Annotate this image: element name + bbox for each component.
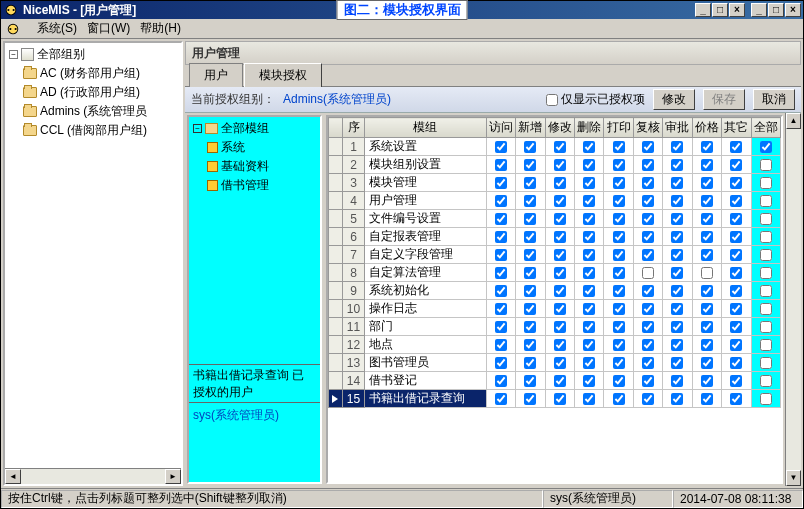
col-header-seq[interactable]: 序: [343, 118, 365, 138]
perm-all-checkbox[interactable]: [760, 375, 772, 387]
perm-cell[interactable]: [604, 354, 633, 372]
group-tree-root[interactable]: − 全部组别: [9, 45, 179, 64]
perm-checkbox[interactable]: [524, 303, 536, 315]
perm-cell[interactable]: [486, 246, 515, 264]
perm-cell[interactable]: [575, 192, 604, 210]
perm-cell[interactable]: [545, 372, 574, 390]
perm-cell[interactable]: [575, 318, 604, 336]
perm-checkbox[interactable]: [671, 285, 683, 297]
perm-all-checkbox[interactable]: [760, 393, 772, 405]
perm-cell[interactable]: [692, 282, 721, 300]
perm-cell[interactable]: [486, 318, 515, 336]
table-row[interactable]: 15书籍出借记录查询: [329, 390, 781, 408]
perm-cell[interactable]: [545, 174, 574, 192]
perm-cell[interactable]: [575, 390, 604, 408]
perm-checkbox[interactable]: [495, 375, 507, 387]
perm-checkbox[interactable]: [554, 195, 566, 207]
perm-checkbox[interactable]: [495, 231, 507, 243]
perm-cell[interactable]: [663, 354, 692, 372]
perm-cell[interactable]: [722, 336, 751, 354]
cancel-button[interactable]: 取消: [753, 89, 795, 110]
perm-cell[interactable]: [545, 192, 574, 210]
perm-checkbox[interactable]: [671, 357, 683, 369]
perm-all-checkbox[interactable]: [760, 285, 772, 297]
menu-help[interactable]: 帮助(H): [140, 20, 181, 37]
restore-button[interactable]: □: [712, 3, 728, 17]
perm-checkbox[interactable]: [671, 393, 683, 405]
table-row[interactable]: 6自定报表管理: [329, 228, 781, 246]
perm-cell-all[interactable]: [751, 336, 780, 354]
perm-checkbox[interactable]: [613, 285, 625, 297]
perm-checkbox[interactable]: [671, 141, 683, 153]
perm-cell[interactable]: [575, 228, 604, 246]
perm-cell[interactable]: [604, 390, 633, 408]
col-header-edit[interactable]: 修改: [545, 118, 574, 138]
perm-checkbox[interactable]: [495, 213, 507, 225]
perm-cell[interactable]: [575, 264, 604, 282]
perm-cell[interactable]: [633, 210, 662, 228]
perm-checkbox[interactable]: [613, 141, 625, 153]
col-header-add[interactable]: 新增: [516, 118, 545, 138]
perm-cell[interactable]: [575, 282, 604, 300]
perm-cell-all[interactable]: [751, 210, 780, 228]
perm-checkbox[interactable]: [730, 213, 742, 225]
perm-checkbox[interactable]: [613, 339, 625, 351]
perm-checkbox[interactable]: [730, 249, 742, 261]
perm-cell-all[interactable]: [751, 192, 780, 210]
perm-checkbox[interactable]: [701, 303, 713, 315]
perm-cell[interactable]: [663, 228, 692, 246]
perm-checkbox[interactable]: [495, 357, 507, 369]
perm-checkbox[interactable]: [554, 285, 566, 297]
perm-cell[interactable]: [486, 228, 515, 246]
col-header-name[interactable]: 模组: [365, 118, 487, 138]
perm-cell[interactable]: [663, 192, 692, 210]
perm-cell[interactable]: [575, 246, 604, 264]
perm-cell[interactable]: [545, 138, 574, 156]
perm-cell[interactable]: [692, 300, 721, 318]
perm-cell-all[interactable]: [751, 246, 780, 264]
perm-cell[interactable]: [575, 174, 604, 192]
perm-cell[interactable]: [516, 246, 545, 264]
scroll-down-icon[interactable]: ▼: [786, 470, 801, 486]
perm-cell[interactable]: [575, 336, 604, 354]
perm-checkbox[interactable]: [671, 321, 683, 333]
perm-cell[interactable]: [486, 156, 515, 174]
perm-cell[interactable]: [604, 246, 633, 264]
perm-cell[interactable]: [604, 300, 633, 318]
perm-checkbox[interactable]: [554, 231, 566, 243]
perm-cell[interactable]: [516, 174, 545, 192]
perm-cell[interactable]: [692, 354, 721, 372]
perm-cell[interactable]: [633, 246, 662, 264]
perm-cell[interactable]: [545, 228, 574, 246]
perm-cell[interactable]: [722, 228, 751, 246]
table-row[interactable]: 12地点: [329, 336, 781, 354]
perm-cell[interactable]: [486, 192, 515, 210]
perm-checkbox[interactable]: [524, 375, 536, 387]
menu-system[interactable]: 系统(S): [37, 20, 77, 37]
perm-checkbox[interactable]: [613, 231, 625, 243]
perm-checkbox[interactable]: [730, 267, 742, 279]
col-header-print[interactable]: 打印: [604, 118, 633, 138]
perm-checkbox[interactable]: [524, 357, 536, 369]
perm-checkbox[interactable]: [583, 375, 595, 387]
perm-checkbox[interactable]: [613, 159, 625, 171]
perm-cell-all[interactable]: [751, 300, 780, 318]
perm-checkbox[interactable]: [554, 141, 566, 153]
perm-cell[interactable]: [663, 138, 692, 156]
perm-checkbox[interactable]: [613, 195, 625, 207]
perm-checkbox[interactable]: [642, 357, 654, 369]
perm-checkbox[interactable]: [554, 375, 566, 387]
perm-cell[interactable]: [516, 192, 545, 210]
perm-checkbox[interactable]: [642, 393, 654, 405]
perm-checkbox[interactable]: [495, 339, 507, 351]
perm-cell[interactable]: [516, 210, 545, 228]
perm-cell[interactable]: [722, 318, 751, 336]
perm-checkbox[interactable]: [583, 249, 595, 261]
perm-cell[interactable]: [692, 174, 721, 192]
group-tree-item[interactable]: AC (财务部用户组): [23, 64, 179, 83]
perm-cell[interactable]: [633, 174, 662, 192]
perm-cell[interactable]: [486, 138, 515, 156]
perm-checkbox[interactable]: [495, 141, 507, 153]
perm-checkbox[interactable]: [583, 141, 595, 153]
perm-checkbox[interactable]: [583, 177, 595, 189]
